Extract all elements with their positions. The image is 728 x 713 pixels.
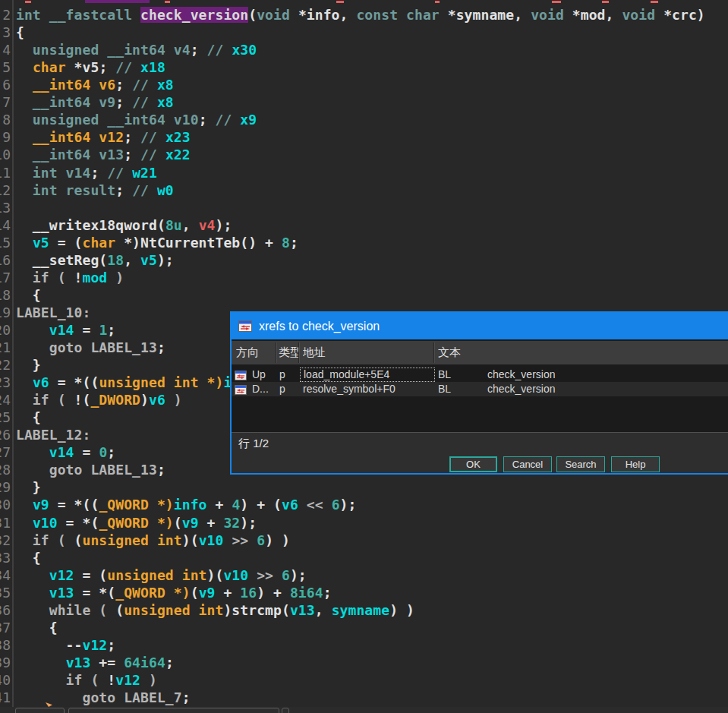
line-number: 23 bbox=[0, 374, 11, 391]
line-number: 41 bbox=[0, 689, 11, 706]
line-number: 33 bbox=[0, 549, 11, 566]
code-line[interactable]: 38 --v12; bbox=[0, 636, 728, 654]
code-line[interactable]: 36 while ( (unsigned int)strcmp(v13, sym… bbox=[0, 601, 728, 619]
code-line[interactable]: 31 v10 = *(_QWORD *)(v9 + 32); bbox=[0, 514, 728, 532]
line-number: 31 bbox=[0, 514, 11, 532]
line-number: 39 bbox=[0, 654, 11, 671]
code-line[interactable]: 37 { bbox=[0, 619, 728, 636]
table-header: 方向 类型 地址 文本 bbox=[232, 341, 728, 364]
line-number: 9 bbox=[0, 128, 11, 146]
xref-icon bbox=[238, 320, 252, 332]
code-line[interactable]: 18 { bbox=[0, 286, 728, 304]
code-line[interactable]: 15 v5 = (char *)NtCurrentTeb() + 8; bbox=[0, 234, 728, 251]
code-line[interactable]: 29 } bbox=[0, 478, 728, 496]
code-line[interactable]: 9 __int64 v12; // x23 bbox=[0, 128, 728, 146]
line-number: 11 bbox=[0, 164, 11, 181]
dialog-titlebar[interactable]: xrefs to check_version bbox=[232, 313, 728, 339]
code-line[interactable]: 33 { bbox=[0, 549, 728, 566]
line-number: 15 bbox=[0, 234, 11, 251]
line-number: 3 bbox=[0, 24, 11, 41]
code-line[interactable]: 7 __int64 v9; // x8 bbox=[0, 93, 728, 111]
code-line[interactable]: 34 v12 = (unsigned int)(v10 >> 6); bbox=[0, 566, 728, 584]
line-number: 2 bbox=[0, 6, 11, 24]
line-number: 24 bbox=[0, 391, 11, 409]
xref-type: p bbox=[279, 382, 285, 396]
bottom-scroll-strip bbox=[0, 707, 728, 713]
search-button[interactable]: Search bbox=[556, 456, 605, 472]
line-number: 34 bbox=[0, 566, 11, 584]
code-line[interactable]: 6 __int64 v6; // x8 bbox=[0, 76, 728, 93]
line-number: 29 bbox=[0, 478, 11, 496]
row-counter: 行 1/2 bbox=[238, 437, 269, 451]
line-number: 26 bbox=[0, 426, 11, 443]
code-line[interactable]: 40 if ( !v12 ) bbox=[0, 671, 728, 689]
line-number: 20 bbox=[0, 321, 11, 339]
line-number: 32 bbox=[0, 532, 11, 549]
code-line[interactable]: 12 int result; // w0 bbox=[0, 181, 728, 199]
code-line[interactable]: 17 if ( !mod ) bbox=[0, 269, 728, 286]
code-line[interactable]: 16 __setReg(18, v5); bbox=[0, 251, 728, 269]
line-number: 30 bbox=[0, 496, 11, 513]
code-line[interactable]: 4 unsigned __int64 v4; // x30 bbox=[0, 41, 728, 58]
scroll-box[interactable] bbox=[68, 708, 279, 713]
line-number: 37 bbox=[0, 619, 11, 636]
code-line[interactable]: 3{ bbox=[0, 24, 728, 41]
line-number: 4 bbox=[0, 41, 11, 58]
line-number: 5 bbox=[0, 58, 11, 76]
xref-operand: check_version bbox=[487, 368, 556, 382]
xref-mnemonic: BL bbox=[438, 382, 451, 396]
code-line[interactable]: 39 v13 += 64i64; bbox=[0, 654, 728, 671]
line-number: 27 bbox=[0, 443, 11, 461]
line-number: 16 bbox=[0, 251, 11, 269]
highlight-fragment bbox=[85, 0, 150, 3]
line-number: 21 bbox=[0, 339, 11, 356]
line-number: 18 bbox=[0, 286, 11, 304]
xref-address: load_module+5E4 bbox=[300, 368, 435, 382]
code-line[interactable]: 14 __writex18qword(8u, v4); bbox=[0, 216, 728, 234]
code-line[interactable]: 8 unsigned __int64 v10; // x9 bbox=[0, 111, 728, 128]
line-number: 7 bbox=[0, 93, 11, 111]
column-address[interactable]: 地址 bbox=[303, 345, 326, 360]
ok-button[interactable]: OK bbox=[449, 456, 497, 472]
xref-list: Uppload_module+5E4BLcheck_versionD...pre… bbox=[232, 368, 728, 432]
code-line[interactable]: 32 if ( (unsigned int)(v10 >> 6) ) bbox=[0, 532, 728, 549]
xref-address: resolve_symbol+F0 bbox=[300, 382, 435, 396]
dialog-footer: 行 1/2 OK Cancel Search Help bbox=[232, 433, 728, 473]
column-direction[interactable]: 方向 bbox=[236, 345, 259, 360]
xref-operand: check_version bbox=[487, 382, 556, 396]
line-number: 19 bbox=[0, 304, 11, 321]
xref-type: p bbox=[279, 368, 285, 382]
cancel-button[interactable]: Cancel bbox=[503, 456, 552, 472]
xref-icon bbox=[235, 370, 247, 380]
line-number: 36 bbox=[0, 601, 11, 619]
line-number: 25 bbox=[0, 409, 11, 426]
xref-row[interactable]: D...presolve_symbol+F0BLcheck_version bbox=[232, 382, 728, 396]
line-number: 28 bbox=[0, 461, 11, 478]
dialog-title: xrefs to check_version bbox=[259, 320, 380, 333]
code-line[interactable]: 13 bbox=[0, 199, 728, 216]
line-number: 17 bbox=[0, 269, 11, 286]
line-number: 8 bbox=[0, 111, 11, 128]
code-line[interactable]: 30 v9 = *((_QWORD *)info + 4) + (v6 << 6… bbox=[0, 496, 728, 513]
column-type[interactable]: 类型 bbox=[279, 345, 298, 360]
scroll-box[interactable] bbox=[282, 708, 289, 713]
xref-icon bbox=[235, 384, 247, 394]
help-button[interactable]: Help bbox=[611, 456, 660, 472]
scroll-box[interactable] bbox=[15, 708, 65, 713]
clipped-top-line bbox=[0, 0, 728, 4]
code-line[interactable]: 5 char *v5; // x18 bbox=[0, 58, 728, 76]
line-number: 6 bbox=[0, 76, 11, 93]
xref-row[interactable]: Uppload_module+5E4BLcheck_version bbox=[232, 368, 728, 382]
line-number: 35 bbox=[0, 584, 11, 601]
column-text[interactable]: 文本 bbox=[438, 345, 461, 360]
code-line[interactable]: 10 __int64 v13; // x22 bbox=[0, 146, 728, 163]
code-line[interactable]: 2int __fastcall check_version(void *info… bbox=[0, 6, 728, 24]
xref-direction: Up bbox=[252, 368, 266, 382]
code-line[interactable]: 11 int v14; // w21 bbox=[0, 164, 728, 181]
xref-mnemonic: BL bbox=[438, 368, 451, 382]
ida-pro-window: { "colors":{ "editor_background":"#28282… bbox=[0, 0, 728, 713]
line-number: 38 bbox=[0, 636, 11, 654]
code-line[interactable]: 41 goto LABEL_7; bbox=[0, 689, 728, 706]
code-line[interactable]: 35 v13 = *(_QWORD *)(v9 + 16) + 8i64; bbox=[0, 584, 728, 601]
line-number: 12 bbox=[0, 181, 11, 199]
